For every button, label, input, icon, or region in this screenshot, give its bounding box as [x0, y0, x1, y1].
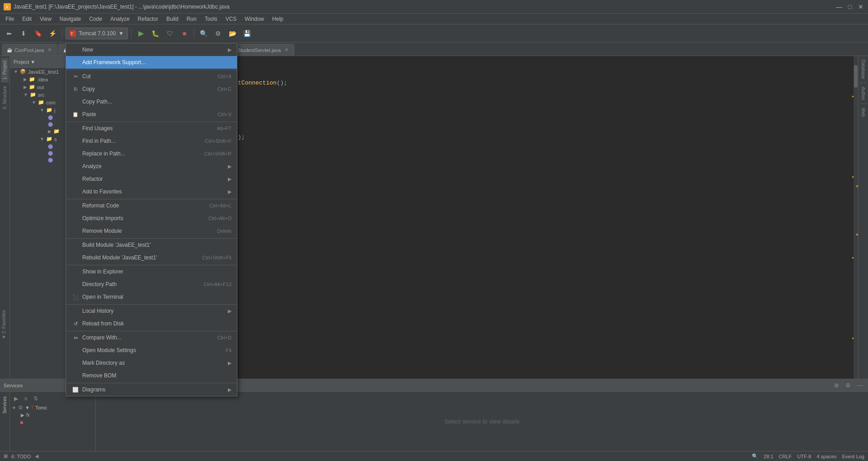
ctx-copypath[interactable]: Copy Path...	[66, 95, 237, 108]
ctx-findusages[interactable]: Find Usages Alt+F7	[66, 122, 237, 135]
app-icon: J	[4, 3, 11, 10]
menu-code[interactable]: Code	[85, 15, 106, 23]
menu-edit[interactable]: Edit	[19, 15, 35, 23]
menu-refactor[interactable]: Refactor	[134, 15, 162, 23]
ctx-history[interactable]: Local History ▶	[66, 304, 237, 317]
npm-expand-icon: ▶	[21, 413, 24, 418]
ctx-markdir-arrow: ▶	[228, 360, 231, 366]
ctx-favorites[interactable]: Add to Favorites ▶	[66, 185, 237, 198]
menu-view[interactable]: View	[36, 15, 55, 23]
sort-service-btn[interactable]: ⇅	[32, 395, 40, 403]
ctx-copy[interactable]: ⎘ Copy Ctrl+C	[66, 83, 237, 95]
line-col[interactable]: 28:1	[764, 454, 773, 459]
web-tab[interactable]: Web	[859, 104, 867, 120]
ctx-findinpath[interactable]: Find in Path... Ctrl+Shift+F	[66, 135, 237, 147]
tab-conpool-close[interactable]: ✕	[46, 47, 52, 53]
stop-button[interactable]: ■	[178, 27, 191, 40]
close-btn[interactable]: ✕	[857, 3, 864, 10]
project-tab[interactable]: 1: Project	[1, 58, 9, 82]
toolbar-back-btn[interactable]: ⬅	[3, 27, 15, 40]
todo-label[interactable]: 6: TODO	[11, 454, 31, 459]
ctx-rebuild[interactable]: Rebuild Module 'JavaEE_test1' Ctrl+Shift…	[66, 251, 237, 264]
minimize-btn[interactable]: —	[835, 3, 843, 10]
editor-scrollbar[interactable]	[854, 56, 858, 379]
ctx-copy-icon: ⎘	[71, 85, 80, 93]
toolbar-recent-btn[interactable]: ⚡	[46, 27, 59, 40]
run-service-btn[interactable]: ▶	[12, 395, 20, 403]
search-everywhere-icon[interactable]: 🔍	[752, 453, 758, 459]
ctx-new[interactable]: New ▶	[66, 43, 237, 56]
ctx-diagrams[interactable]: ⬜ Diagrams ▶	[66, 383, 237, 396]
ctx-cut[interactable]: ✂ Cut Ctrl+X	[66, 70, 237, 83]
ctx-reload[interactable]: ↺ Reload from Disk	[66, 317, 237, 330]
menu-file[interactable]: File	[2, 15, 18, 23]
services-minimize-btn[interactable]: —	[855, 381, 864, 390]
ctx-framework-label: Add Framework Support...	[82, 59, 231, 66]
menu-help[interactable]: Help	[269, 15, 287, 23]
ctx-modulesettings[interactable]: Open Module Settings F4	[66, 344, 237, 357]
tree-arrow-icon: ▼	[14, 69, 18, 74]
toolbar-navigate-btn[interactable]: 🔖	[32, 27, 44, 40]
menu-analyze[interactable]: Analyze	[107, 15, 133, 23]
event-log[interactable]: Event Log	[842, 454, 864, 459]
order-service-btn[interactable]: ≡	[22, 395, 30, 403]
open-file-button[interactable]: 📂	[226, 27, 239, 40]
line-ending[interactable]: CRLF	[779, 454, 792, 459]
menu-tools[interactable]: Tools	[201, 15, 221, 23]
services-npm-item[interactable]: ▶ N	[12, 412, 94, 419]
ctx-paste[interactable]: 📋 Paste Ctrl+V	[66, 108, 237, 121]
ctx-replaceinpath[interactable]: Replace in Path... Ctrl+Shift+R	[66, 147, 237, 160]
gutter-indicator-3	[852, 257, 854, 259]
todo-tab[interactable]: ⊞	[4, 453, 8, 459]
ctx-dirpath[interactable]: Directory Path Ctrl+Alt+F12	[66, 278, 237, 291]
ctx-dirpath-shortcut: Ctrl+Alt+F12	[203, 282, 231, 287]
maximize-btn[interactable]: □	[846, 3, 854, 10]
services-tomcat-item[interactable]: ▼ ⚙ ▼ T Tomc	[12, 404, 94, 412]
run-button[interactable]: ▶	[135, 27, 147, 40]
menu-window[interactable]: Window	[241, 15, 268, 23]
settings-button[interactable]: ⚙	[212, 27, 225, 40]
tree-s-arrow: ▼	[40, 136, 44, 141]
service-tomcat-row[interactable]: ▼ T Tomc	[25, 405, 47, 410]
ctx-add-framework[interactable]: Add Framework Support...	[66, 56, 237, 69]
ctx-markdir[interactable]: Mark Directory as ▶	[66, 357, 237, 369]
services-stop-item[interactable]: ■	[12, 419, 94, 427]
ctx-showinexplorer[interactable]: Show in Explorer	[66, 265, 237, 278]
indent[interactable]: 4 spaces	[816, 454, 836, 459]
ctx-copy-shortcut: Ctrl+C	[217, 86, 231, 92]
ctx-replaceinpath-shortcut: Ctrl+Shift+R	[204, 151, 231, 156]
ctx-optimize[interactable]: Optimize Imports Ctrl+Alt+O	[66, 212, 237, 225]
menu-build[interactable]: Build	[163, 15, 182, 23]
expand-todo-btn[interactable]: ◀	[35, 453, 38, 459]
add-service-btn[interactable]: ⊕	[832, 381, 841, 390]
ctx-refactor[interactable]: Refactor ▶	[66, 173, 237, 185]
search-button[interactable]: 🔍	[198, 27, 210, 40]
ctx-compare[interactable]: ⇔ Compare With... Ctrl+D	[66, 331, 237, 344]
ctx-build[interactable]: Build Module 'JavaEE_test1'	[66, 238, 237, 251]
database-tab[interactable]: Database	[859, 56, 867, 83]
menu-vcs[interactable]: VCS	[222, 15, 241, 23]
menu-run[interactable]: Run	[183, 15, 200, 23]
save-all-button[interactable]: 💾	[241, 27, 254, 40]
ctx-removemodule[interactable]: Remove Module Delete	[66, 225, 237, 237]
ctx-removebom[interactable]: Remove BOM	[66, 369, 237, 382]
ctx-showinexplorer-label: Show in Explorer	[82, 268, 231, 275]
services-title: Services	[4, 383, 23, 388]
services-vtab[interactable]: Services	[1, 394, 9, 416]
author-tab[interactable]: Author	[859, 83, 867, 104]
services-settings-btn[interactable]: ⚙	[844, 381, 853, 390]
tab-conpool[interactable]: ☕ ConPool.java ✕	[2, 44, 57, 56]
tomcat-dropdown[interactable]: T Tomcat 7.0.100 ▼	[66, 28, 128, 39]
ctx-terminal[interactable]: ⬛ Open in Terminal	[66, 291, 237, 303]
toolbar-forward-btn[interactable]: ⬇	[17, 27, 30, 40]
debug-button[interactable]: 🐛	[149, 27, 162, 40]
ctx-reformat[interactable]: Reformat Code Ctrl+Alt+L	[66, 199, 237, 212]
ctx-analyze[interactable]: Analyze ▶	[66, 160, 237, 173]
menu-navigate[interactable]: Navigate	[56, 15, 85, 23]
encoding[interactable]: UTF-8	[797, 454, 811, 459]
favorites-tab[interactable]: ★ 2: Favorites	[0, 307, 8, 342]
structure-tab[interactable]: 5: Structure	[1, 83, 9, 112]
coverage-button[interactable]: 🛡	[164, 27, 176, 40]
tab-addstudent-close[interactable]: ✕	[283, 47, 289, 53]
ctx-new-label: New	[82, 47, 225, 53]
